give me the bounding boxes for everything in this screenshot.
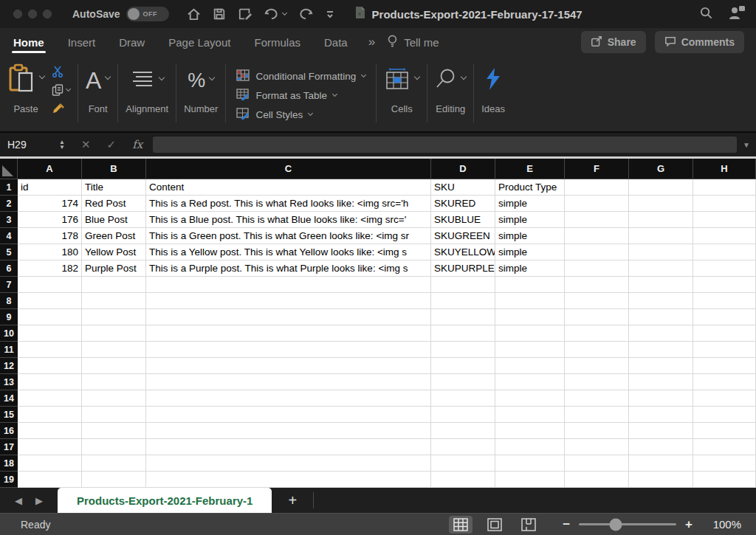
page-break-view-button[interactable] — [517, 516, 540, 534]
cell-F17[interactable] — [565, 439, 629, 455]
cell-D6[interactable]: SKUPURPLE — [431, 260, 495, 277]
cell-E15[interactable] — [495, 407, 565, 423]
cell-G1[interactable] — [629, 179, 693, 196]
normal-view-button[interactable] — [449, 516, 472, 534]
tab-page-layout[interactable]: Page Layout — [167, 30, 232, 55]
search-icon[interactable] — [699, 6, 713, 23]
cell-C18[interactable] — [146, 455, 431, 472]
cell-E19[interactable] — [495, 472, 565, 488]
cell-D4[interactable]: SKUGREEN — [431, 228, 495, 244]
edit-document-icon[interactable] — [238, 7, 252, 21]
cell-F6[interactable] — [565, 260, 629, 277]
cell-H7[interactable] — [693, 277, 756, 293]
cell-F9[interactable] — [565, 309, 629, 325]
zoom-out-button[interactable]: − — [563, 517, 570, 532]
row-header-14[interactable]: 14 — [0, 390, 18, 407]
share-button[interactable]: Share — [581, 31, 646, 53]
cell-G16[interactable] — [629, 423, 693, 439]
editing-group-button[interactable]: Editing — [435, 59, 466, 131]
cell-E6[interactable]: simple — [495, 260, 565, 277]
tab-draw[interactable]: Draw — [117, 30, 146, 55]
cell-D1[interactable]: SKU — [431, 179, 495, 196]
tab-data[interactable]: Data — [323, 30, 349, 55]
font-group-button[interactable]: A Font — [86, 59, 110, 131]
cell-A10[interactable] — [18, 325, 82, 342]
column-header-H[interactable]: H — [693, 159, 756, 179]
cell-B19[interactable] — [82, 472, 146, 488]
autosave-toggle[interactable]: OFF — [126, 7, 169, 21]
page-layout-view-button[interactable] — [483, 516, 506, 534]
cell-B9[interactable] — [82, 309, 146, 325]
active-sheet-tab[interactable]: Products-Export-2021-February-1 — [58, 488, 272, 513]
cell-E2[interactable]: simple — [495, 196, 565, 212]
cell-H5[interactable] — [693, 244, 756, 260]
cell-E4[interactable]: simple — [495, 228, 565, 244]
cell-G5[interactable] — [629, 244, 693, 260]
cell-H16[interactable] — [693, 423, 756, 439]
cell-A12[interactable] — [18, 358, 82, 374]
cell-G11[interactable] — [629, 342, 693, 358]
cell-A17[interactable] — [18, 439, 82, 455]
column-header-A[interactable]: A — [18, 159, 82, 179]
tab-home[interactable]: Home — [12, 30, 46, 55]
cell-A6[interactable]: 182 — [18, 260, 82, 277]
cell-B13[interactable] — [82, 374, 146, 390]
cell-C7[interactable] — [146, 277, 431, 293]
cell-styles-button[interactable]: Cell Styles — [236, 107, 365, 122]
paste-button[interactable]: Paste — [7, 59, 44, 131]
cell-C8[interactable] — [146, 293, 431, 309]
row-header-5[interactable]: 5 — [0, 244, 18, 260]
cell-H11[interactable] — [693, 342, 756, 358]
column-header-F[interactable]: F — [565, 159, 629, 179]
row-header-15[interactable]: 15 — [0, 407, 18, 423]
cell-C14[interactable] — [146, 390, 431, 407]
column-header-B[interactable]: B — [82, 159, 146, 179]
cell-G9[interactable] — [629, 309, 693, 325]
row-header-16[interactable]: 16 — [0, 423, 18, 439]
name-box-stepper[interactable]: ▲ ▼ — [59, 139, 65, 150]
cancel-icon[interactable]: ✕ — [81, 138, 91, 151]
cell-G3[interactable] — [629, 212, 693, 228]
ideas-button[interactable]: Ideas — [481, 59, 505, 131]
cell-B17[interactable] — [82, 439, 146, 455]
row-header-10[interactable]: 10 — [0, 325, 18, 342]
cell-C12[interactable] — [146, 358, 431, 374]
cell-G6[interactable] — [629, 260, 693, 277]
cell-G19[interactable] — [629, 472, 693, 488]
cell-E5[interactable]: simple — [495, 244, 565, 260]
cell-H19[interactable] — [693, 472, 756, 488]
cell-F5[interactable] — [565, 244, 629, 260]
cell-C17[interactable] — [146, 439, 431, 455]
cell-G14[interactable] — [629, 390, 693, 407]
cell-H3[interactable] — [693, 212, 756, 228]
tab-insert[interactable]: Insert — [66, 30, 97, 55]
cell-B5[interactable]: Yellow Post — [82, 244, 146, 260]
cell-D7[interactable] — [431, 277, 495, 293]
row-header-7[interactable]: 7 — [0, 277, 18, 293]
cell-A8[interactable] — [18, 293, 82, 309]
cell-A1[interactable]: id — [18, 179, 82, 196]
cell-E7[interactable] — [495, 277, 565, 293]
cell-E8[interactable] — [495, 293, 565, 309]
row-header-13[interactable]: 13 — [0, 374, 18, 390]
cell-A5[interactable]: 180 — [18, 244, 82, 260]
cell-F8[interactable] — [565, 293, 629, 309]
format-painter-button[interactable] — [52, 102, 70, 115]
cell-B15[interactable] — [82, 407, 146, 423]
zoom-in-button[interactable]: + — [685, 517, 693, 532]
minimize-window-button[interactable] — [28, 10, 37, 18]
cell-H10[interactable] — [693, 325, 756, 342]
cell-F15[interactable] — [565, 407, 629, 423]
cell-H4[interactable] — [693, 228, 756, 244]
cell-B10[interactable] — [82, 325, 146, 342]
undo-control[interactable] — [264, 7, 286, 21]
row-header-17[interactable]: 17 — [0, 439, 18, 455]
cell-E16[interactable] — [495, 423, 565, 439]
cell-A4[interactable]: 178 — [18, 228, 82, 244]
cell-G15[interactable] — [629, 407, 693, 423]
formula-bar-expand-icon[interactable]: ▼ — [743, 141, 750, 149]
row-header-6[interactable]: 6 — [0, 260, 18, 277]
cell-A14[interactable] — [18, 390, 82, 407]
name-box[interactable]: H29 ▲ ▼ — [0, 139, 65, 151]
add-sheet-button[interactable]: + — [272, 488, 313, 513]
